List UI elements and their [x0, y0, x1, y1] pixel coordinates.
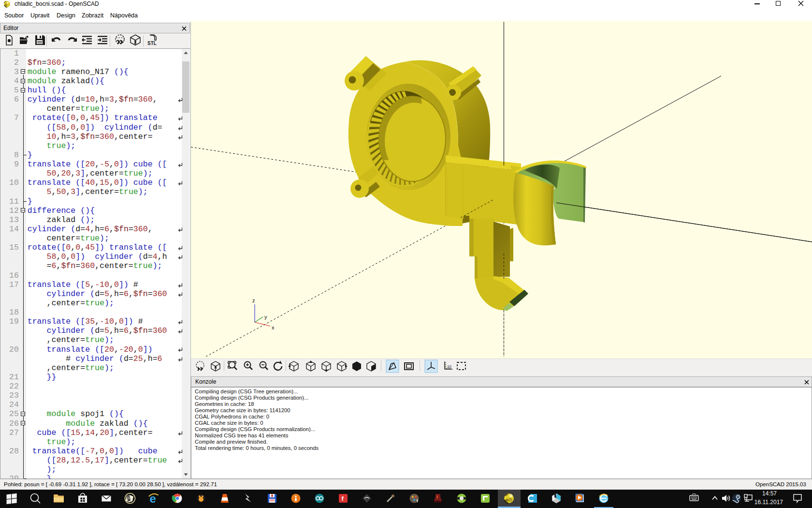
- svg-text:f: f: [342, 495, 344, 502]
- svg-text:STL: STL: [147, 41, 157, 46]
- svg-text:z: z: [252, 298, 255, 303]
- svg-text:x: x: [272, 325, 275, 330]
- svg-text:10: 10: [447, 364, 451, 369]
- svg-text:y: y: [264, 314, 267, 320]
